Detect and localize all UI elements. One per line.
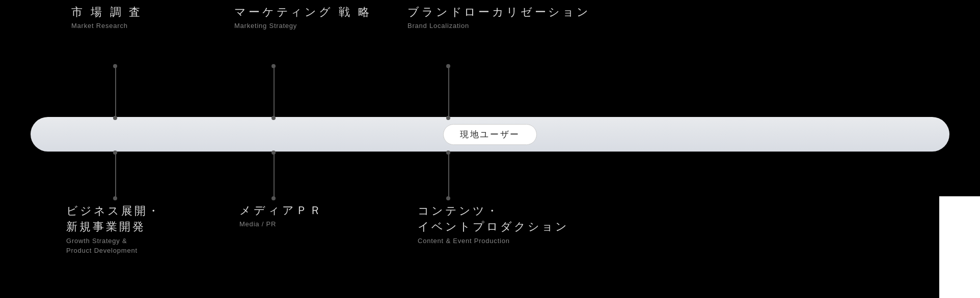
dot-brand-localization-bottom: [446, 116, 450, 120]
label-brand-localization: ブランドローカリゼーション Brand Localization: [407, 5, 591, 29]
dot-content-event-top: [446, 151, 450, 155]
label-market-research-ja: 市 場 調 査: [71, 5, 143, 20]
label-growth-strategy: ビジネス展開・ 新規事業開発 Growth Strategy & Product…: [66, 203, 161, 254]
label-market-research-en: Market Research: [71, 22, 143, 29]
label-media-pr-en: Media / PR: [239, 220, 323, 228]
label-marketing-strategy: マーケティング 戦 略 Marketing Strategy: [234, 5, 371, 29]
label-growth-strategy-en1: Growth Strategy &: [66, 237, 161, 245]
connector-growth-strategy: [115, 152, 116, 197]
connector-marketing-strategy: [274, 66, 275, 117]
dot-marketing-strategy-top: [271, 64, 276, 68]
connector-market-research: [115, 66, 116, 117]
scene: 現地ユーザー 市 場 調 査 Market Research マーケティング 戦…: [0, 0, 980, 298]
label-brand-localization-en: Brand Localization: [407, 22, 591, 29]
label-market-research: 市 場 調 査 Market Research: [71, 5, 143, 29]
label-media-pr: メディアＰＲ Media / PR: [239, 203, 323, 228]
label-content-event-ja1: コンテンツ・: [418, 203, 569, 219]
dot-growth-strategy-top: [113, 151, 117, 155]
connector-brand-localization: [448, 66, 449, 117]
dot-brand-localization-top: [446, 64, 450, 68]
dot-media-pr-bottom: [271, 196, 276, 200]
pill-bar: 現地ユーザー: [31, 117, 949, 152]
label-growth-strategy-ja1: ビジネス展開・: [66, 203, 161, 219]
dot-market-research-top: [113, 64, 117, 68]
dot-growth-strategy-bottom: [113, 196, 117, 200]
label-content-event: コンテンツ・ イベントプロダクション Content & Event Produ…: [418, 203, 569, 245]
white-rect: [939, 196, 980, 298]
label-brand-localization-ja: ブランドローカリゼーション: [407, 5, 591, 20]
label-marketing-strategy-ja: マーケティング 戦 略: [234, 5, 371, 20]
label-growth-strategy-en2: Product Development: [66, 247, 161, 254]
label-media-pr-ja: メディアＰＲ: [239, 203, 323, 218]
center-label: 現地ユーザー: [443, 124, 536, 145]
connector-content-event: [448, 152, 449, 197]
dot-market-research-bottom: [113, 116, 117, 120]
label-content-event-en: Content & Event Production: [418, 237, 569, 245]
dot-content-event-bottom: [446, 196, 450, 200]
dot-marketing-strategy-bottom: [271, 116, 276, 120]
label-growth-strategy-ja2: 新規事業開発: [66, 219, 161, 235]
connector-media-pr: [274, 152, 275, 197]
dot-media-pr-top: [271, 151, 276, 155]
label-marketing-strategy-en: Marketing Strategy: [234, 22, 371, 29]
label-content-event-ja2: イベントプロダクション: [418, 219, 569, 235]
